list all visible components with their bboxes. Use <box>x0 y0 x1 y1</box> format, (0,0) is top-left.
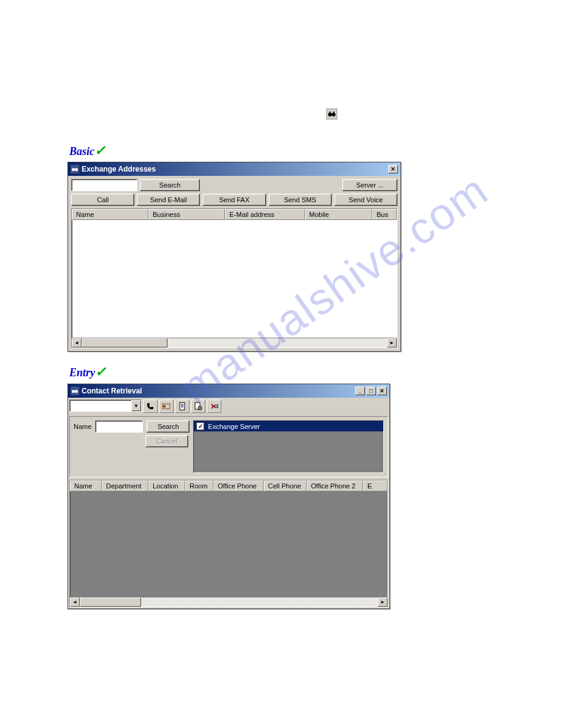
col-department[interactable]: Department <box>102 480 148 491</box>
col-office-phone[interactable]: Office Phone <box>213 480 264 491</box>
svg-point-18 <box>198 406 202 410</box>
send-fax-button[interactable]: Send FAX <box>202 194 266 206</box>
titlebar[interactable]: Exchange Addresses ✕ <box>68 162 400 176</box>
page-icon[interactable] <box>175 400 190 413</box>
binoculars-icon <box>71 165 79 173</box>
col-bus[interactable]: Bus <box>372 209 397 220</box>
send-voice-button[interactable]: Send Voice <box>334 194 397 206</box>
page-gear-icon[interactable] <box>191 400 205 413</box>
call-icon[interactable] <box>143 400 158 413</box>
scroll-left-button[interactable]: ◄ <box>72 338 82 347</box>
col-room[interactable]: Room <box>185 480 213 491</box>
search-input[interactable] <box>71 179 137 191</box>
window-title: Exchange Addresses <box>82 165 388 173</box>
minimize-button[interactable]: _ <box>355 387 365 395</box>
svg-point-5 <box>72 168 75 171</box>
svg-rect-7 <box>74 169 75 170</box>
source-label: Exchange Server <box>208 423 259 430</box>
svg-rect-10 <box>74 390 75 392</box>
server-button[interactable]: Server ... <box>342 179 397 191</box>
entry-badge: Entry✓ <box>69 364 106 380</box>
name-input[interactable] <box>95 420 143 433</box>
titlebar[interactable]: Contact Retrieval _ □ ✕ <box>68 384 389 398</box>
search-button[interactable]: Search <box>147 420 190 433</box>
col-business[interactable]: Business <box>148 209 225 220</box>
contact-retrieval-window: Contact Retrieval _ □ ✕ ▼ <box>67 384 390 609</box>
maximize-button[interactable]: □ <box>366 387 376 395</box>
list-body <box>70 491 388 597</box>
binoculars-icon <box>71 387 79 395</box>
filter-combo[interactable]: ▼ <box>69 400 142 412</box>
scroll-thumb[interactable] <box>80 597 141 607</box>
svg-rect-12 <box>163 405 166 408</box>
col-cell-phone[interactable]: Cell Phone <box>264 480 307 491</box>
scroll-right-button[interactable]: ► <box>387 338 397 347</box>
close-button[interactable]: ✕ <box>388 165 398 173</box>
scroll-thumb[interactable] <box>82 338 167 347</box>
card-icon[interactable] <box>159 400 174 413</box>
horizontal-scrollbar[interactable]: ◄ ► <box>70 597 388 607</box>
results-list[interactable]: Name Department Location Room Office Pho… <box>69 480 388 607</box>
scroll-left-button[interactable]: ◄ <box>70 597 80 607</box>
send-email-button[interactable]: Send E-Mail <box>137 194 200 206</box>
checkbox-checked-icon[interactable]: ✓ <box>196 422 204 430</box>
basic-badge: Basic✓ <box>69 143 105 159</box>
svg-rect-2 <box>331 113 333 115</box>
chevron-down-icon[interactable]: ▼ <box>131 400 141 411</box>
send-icon[interactable] <box>207 400 221 413</box>
svg-point-6 <box>75 168 78 171</box>
svg-rect-13 <box>180 403 185 410</box>
column-headers: Name Department Location Room Office Pho… <box>70 480 388 491</box>
send-sms-button[interactable]: Send SMS <box>269 194 332 206</box>
binoculars-icon <box>326 108 337 119</box>
col-email[interactable]: E-Mail address <box>225 209 305 220</box>
col-name[interactable]: Name <box>70 480 102 491</box>
col-location[interactable]: Location <box>148 480 185 491</box>
horizontal-scrollbar[interactable]: ◄ ► <box>72 338 397 347</box>
col-e[interactable]: E <box>363 480 388 491</box>
list-body <box>72 220 397 338</box>
results-list[interactable]: Name Business E-Mail address Mobile Bus … <box>71 208 397 348</box>
col-name[interactable]: Name <box>72 209 148 220</box>
source-item-exchange[interactable]: ✓ Exchange Server <box>194 421 383 431</box>
svg-rect-4 <box>333 112 334 113</box>
scroll-right-button[interactable]: ► <box>378 597 388 607</box>
check-icon: ✓ <box>94 143 105 158</box>
svg-rect-19 <box>215 405 218 408</box>
window-title: Contact Retrieval <box>82 387 355 395</box>
svg-rect-3 <box>329 112 331 113</box>
search-button[interactable]: Search <box>140 179 200 191</box>
name-label: Name <box>74 423 91 430</box>
cancel-button: Cancel <box>145 435 188 447</box>
toolbar: ▼ <box>68 398 389 415</box>
col-office-phone-2[interactable]: Office Phone 2 <box>307 480 363 491</box>
column-headers: Name Business E-Mail address Mobile Bus <box>72 209 397 220</box>
exchange-addresses-window: Exchange Addresses ✕ Search Server ... C… <box>67 162 401 352</box>
col-mobile[interactable]: Mobile <box>305 209 372 220</box>
source-list[interactable]: ✓ Exchange Server <box>193 420 384 473</box>
search-panel: Name Search Cancel ✓ Exchange Server <box>69 416 388 477</box>
call-button[interactable]: Call <box>71 194 134 206</box>
close-button[interactable]: ✕ <box>377 387 387 395</box>
check-icon: ✓ <box>95 364 106 379</box>
